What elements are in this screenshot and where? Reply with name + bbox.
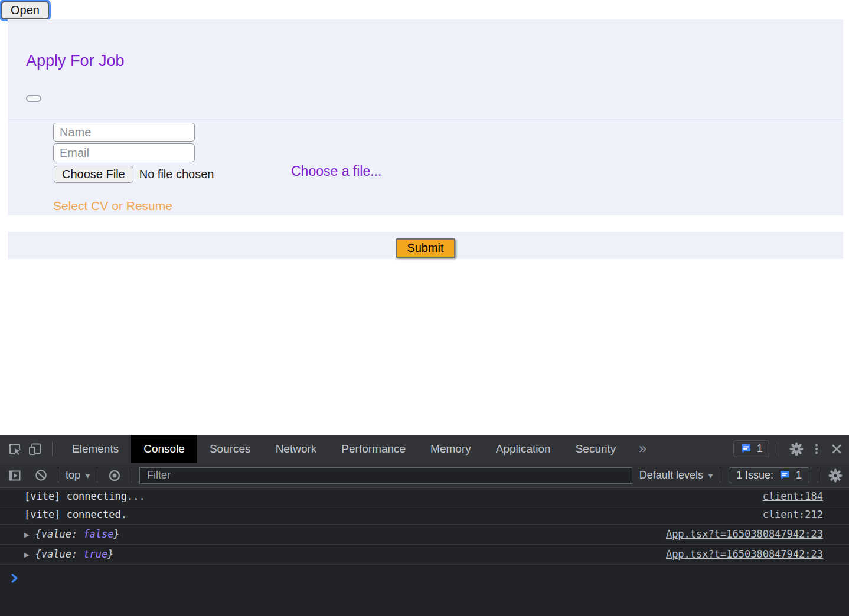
console-filter-input[interactable]	[139, 467, 632, 484]
modal-body: Choose File No file chosen Choose a file…	[8, 120, 843, 215]
inspect-element-icon[interactable]	[5, 439, 25, 459]
modal-header: Apply For Job	[8, 19, 843, 120]
tab-application[interactable]: Application	[484, 435, 563, 463]
device-toolbar-icon[interactable]	[25, 439, 45, 459]
console-row: [vite] connected. client:212	[0, 506, 849, 525]
log-message: [vite] connected.	[24, 509, 127, 520]
issues-count: 1	[757, 443, 763, 455]
apply-job-modal: Apply For Job Choose File No file chosen…	[8, 19, 843, 215]
divider	[779, 442, 779, 456]
expand-arrow-icon[interactable]: ▶	[24, 531, 29, 539]
choose-file-link[interactable]: Choose a file...	[291, 163, 381, 179]
expand-arrow-icon[interactable]: ▶	[24, 551, 29, 559]
log-levels-dropdown[interactable]: Default levels ▾	[639, 469, 713, 481]
issues-counter-button[interactable]: 1	[733, 440, 769, 457]
issues-bubble-icon	[740, 443, 752, 455]
issues-button[interactable]: 1 Issue: 1	[729, 467, 809, 483]
tab-performance[interactable]: Performance	[329, 435, 418, 463]
object-preview: {value:	[35, 548, 83, 560]
kebab-menu-icon[interactable]	[806, 439, 827, 459]
email-input[interactable]	[53, 143, 195, 162]
js-context-value: top	[66, 469, 80, 481]
name-input[interactable]	[53, 123, 195, 142]
object-preview: {value:	[35, 528, 83, 540]
boolean-value: true	[83, 548, 107, 560]
issues-bubble-icon	[779, 470, 791, 481]
divider	[52, 442, 53, 456]
tab-security[interactable]: Security	[563, 435, 629, 463]
modal-title: Apply For Job	[26, 52, 125, 70]
console-prompt[interactable]	[0, 565, 849, 586]
devtools-tab-bar: Elements Console Sources Network Perform…	[0, 435, 849, 463]
settings-gear-icon[interactable]	[786, 439, 806, 459]
chevron-down-icon: ▾	[708, 471, 713, 480]
console-toolbar: top ▾ Default levels ▾ 1 Issue: 1	[0, 463, 849, 488]
log-levels-value: Default levels	[639, 469, 703, 481]
file-status-text: No file chosen	[139, 168, 214, 181]
submit-band: Submit	[8, 232, 843, 259]
divider	[58, 468, 58, 483]
source-link[interactable]: App.tsx?t=1650380847942:23	[666, 548, 823, 560]
close-devtools-icon[interactable]	[827, 439, 847, 459]
choose-file-button[interactable]: Choose File	[54, 166, 133, 183]
open-button[interactable]: Open	[1, 1, 49, 19]
submit-button[interactable]: Submit	[396, 238, 455, 258]
js-context-dropdown[interactable]: top ▾	[66, 469, 90, 481]
tab-network[interactable]: Network	[263, 435, 329, 463]
divider	[720, 468, 720, 483]
mini-pill-input[interactable]	[26, 95, 41, 102]
source-link[interactable]: client:184	[763, 490, 823, 502]
console-sidebar-icon[interactable]	[5, 466, 25, 486]
more-tabs-icon[interactable]: »	[628, 441, 657, 457]
console-row: ▶ {value: false} App.tsx?t=1650380847942…	[0, 525, 849, 545]
tab-sources[interactable]: Sources	[197, 435, 263, 463]
source-link[interactable]: client:212	[763, 509, 823, 520]
source-link[interactable]: App.tsx?t=1650380847942:23	[666, 528, 823, 540]
console-row: [vite] connecting... client:184	[0, 488, 849, 506]
tab-console[interactable]: Console	[131, 435, 197, 463]
console-settings-gear-icon[interactable]	[825, 466, 845, 486]
tab-memory[interactable]: Memory	[418, 435, 484, 463]
devtools-panel: Elements Console Sources Network Perform…	[0, 435, 849, 616]
cv-resume-label: Select CV or Resume	[53, 199, 172, 213]
chevron-down-icon: ▾	[86, 471, 90, 480]
console-log-area: [vite] connecting... client:184 [vite] c…	[0, 488, 849, 586]
boolean-value: false	[83, 528, 113, 540]
clear-console-icon[interactable]	[31, 466, 51, 486]
divider	[97, 468, 97, 483]
issues-label: 1 Issue:	[736, 469, 773, 481]
issues-count: 1	[796, 469, 802, 481]
object-preview: }	[107, 548, 113, 560]
console-row: ▶ {value: true} App.tsx?t=1650380847942:…	[0, 545, 849, 565]
divider	[818, 468, 818, 483]
log-message: [vite] connecting...	[24, 490, 145, 502]
live-expression-eye-icon[interactable]	[105, 466, 125, 486]
tab-elements[interactable]: Elements	[60, 435, 131, 463]
file-upload-row: Choose File No file chosen	[54, 166, 214, 183]
prompt-chevron-icon	[9, 573, 20, 584]
object-preview: }	[114, 528, 120, 540]
divider	[132, 468, 132, 483]
screen: { "colors": { "accent_purple": "#7e22ce"…	[0, 0, 849, 616]
